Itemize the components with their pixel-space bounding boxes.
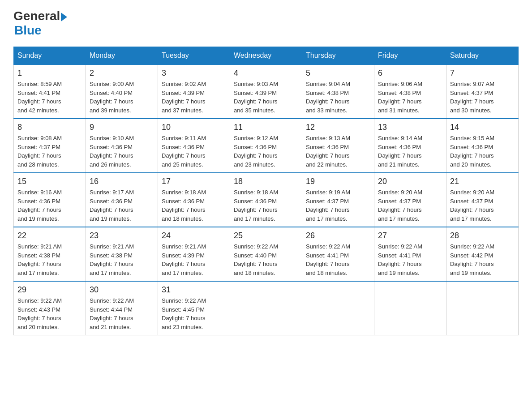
calendar-cell: 28 Sunrise: 9:22 AM Sunset: 4:42 PM Dayl… [446,227,519,281]
calendar-cell: 6 Sunrise: 9:06 AM Sunset: 4:38 PM Dayli… [374,64,446,119]
col-header-friday: Friday [374,47,446,65]
day-info: Sunrise: 9:22 AM Sunset: 4:41 PM Dayligh… [306,242,370,277]
calendar-cell: 23 Sunrise: 9:21 AM Sunset: 4:38 PM Dayl… [86,227,158,281]
calendar-cell: 1 Sunrise: 8:59 AM Sunset: 4:41 PM Dayli… [14,64,86,119]
day-info: Sunrise: 9:17 AM Sunset: 4:36 PM Dayligh… [90,188,154,223]
col-header-saturday: Saturday [446,47,519,65]
day-number: 29 [17,285,82,295]
day-info: Sunrise: 9:22 AM Sunset: 4:42 PM Dayligh… [450,242,515,277]
calendar-cell: 12 Sunrise: 9:13 AM Sunset: 4:36 PM Dayl… [302,119,374,173]
day-info: Sunrise: 9:16 AM Sunset: 4:36 PM Dayligh… [17,188,82,223]
calendar-cell: 26 Sunrise: 9:22 AM Sunset: 4:41 PM Dayl… [302,227,374,281]
day-number: 11 [234,123,298,132]
calendar-cell: 21 Sunrise: 9:20 AM Sunset: 4:37 PM Dayl… [446,173,519,227]
day-info: Sunrise: 9:14 AM Sunset: 4:36 PM Dayligh… [378,134,442,169]
day-number: 30 [90,285,154,295]
day-info: Sunrise: 9:22 AM Sunset: 4:43 PM Dayligh… [17,296,82,331]
day-info: Sunrise: 9:13 AM Sunset: 4:36 PM Dayligh… [306,134,370,169]
day-number: 28 [450,231,515,240]
calendar-cell: 22 Sunrise: 9:21 AM Sunset: 4:38 PM Dayl… [14,227,86,281]
day-number: 21 [450,177,515,186]
day-number: 13 [378,123,442,132]
col-header-monday: Monday [86,47,158,65]
calendar-week-row: 15 Sunrise: 9:16 AM Sunset: 4:36 PM Dayl… [14,173,519,227]
day-info: Sunrise: 9:02 AM Sunset: 4:39 PM Dayligh… [162,80,226,115]
day-number: 6 [378,68,442,78]
calendar-cell: 14 Sunrise: 9:15 AM Sunset: 4:36 PM Dayl… [446,119,519,173]
calendar-cell: 24 Sunrise: 9:21 AM Sunset: 4:39 PM Dayl… [158,227,230,281]
calendar-cell: 27 Sunrise: 9:22 AM Sunset: 4:41 PM Dayl… [374,227,446,281]
calendar-cell: 2 Sunrise: 9:00 AM Sunset: 4:40 PM Dayli… [86,64,158,119]
day-number: 2 [90,68,154,78]
calendar-cell [230,281,302,335]
day-info: Sunrise: 9:04 AM Sunset: 4:38 PM Dayligh… [306,80,370,115]
calendar-cell: 30 Sunrise: 9:22 AM Sunset: 4:44 PM Dayl… [86,281,158,335]
day-info: Sunrise: 9:21 AM Sunset: 4:38 PM Dayligh… [90,242,154,277]
calendar-cell: 31 Sunrise: 9:22 AM Sunset: 4:45 PM Dayl… [158,281,230,335]
calendar-cell: 11 Sunrise: 9:12 AM Sunset: 4:36 PM Dayl… [230,119,302,173]
day-number: 10 [162,123,226,132]
day-number: 12 [306,123,370,132]
day-info: Sunrise: 9:20 AM Sunset: 4:37 PM Dayligh… [450,188,515,223]
day-number: 23 [90,231,154,240]
day-info: Sunrise: 9:08 AM Sunset: 4:37 PM Dayligh… [17,134,82,169]
day-info: Sunrise: 9:22 AM Sunset: 4:45 PM Dayligh… [162,296,226,331]
day-info: Sunrise: 9:22 AM Sunset: 4:40 PM Dayligh… [234,242,298,277]
day-number: 1 [17,68,82,78]
day-info: Sunrise: 9:20 AM Sunset: 4:37 PM Dayligh… [378,188,442,223]
day-info: Sunrise: 9:03 AM Sunset: 4:39 PM Dayligh… [234,80,298,115]
col-header-thursday: Thursday [302,47,374,65]
calendar-cell: 13 Sunrise: 9:14 AM Sunset: 4:36 PM Dayl… [374,119,446,173]
calendar-cell: 20 Sunrise: 9:20 AM Sunset: 4:37 PM Dayl… [374,173,446,227]
logo: General Blue [13,9,67,38]
calendar-cell: 4 Sunrise: 9:03 AM Sunset: 4:39 PM Dayli… [230,64,302,119]
logo-blue: Blue [14,23,67,38]
day-info: Sunrise: 9:07 AM Sunset: 4:37 PM Dayligh… [450,80,515,115]
col-header-sunday: Sunday [14,47,86,65]
day-info: Sunrise: 9:18 AM Sunset: 4:36 PM Dayligh… [162,188,226,223]
calendar-cell: 15 Sunrise: 9:16 AM Sunset: 4:36 PM Dayl… [14,173,86,227]
day-info: Sunrise: 9:12 AM Sunset: 4:36 PM Dayligh… [234,134,298,169]
calendar-week-row: 1 Sunrise: 8:59 AM Sunset: 4:41 PM Dayli… [14,64,519,119]
calendar-cell: 5 Sunrise: 9:04 AM Sunset: 4:38 PM Dayli… [302,64,374,119]
day-number: 26 [306,231,370,240]
day-number: 31 [162,285,226,295]
calendar-week-row: 8 Sunrise: 9:08 AM Sunset: 4:37 PM Dayli… [14,119,519,173]
day-info: Sunrise: 9:22 AM Sunset: 4:44 PM Dayligh… [90,296,154,331]
day-info: Sunrise: 9:22 AM Sunset: 4:41 PM Dayligh… [378,242,442,277]
day-info: Sunrise: 9:00 AM Sunset: 4:40 PM Dayligh… [90,80,154,115]
calendar-cell: 17 Sunrise: 9:18 AM Sunset: 4:36 PM Dayl… [158,173,230,227]
calendar-table: SundayMondayTuesdayWednesdayThursdayFrid… [13,47,519,335]
calendar-cell: 7 Sunrise: 9:07 AM Sunset: 4:37 PM Dayli… [446,64,519,119]
day-number: 3 [162,68,226,78]
day-info: Sunrise: 9:06 AM Sunset: 4:38 PM Dayligh… [378,80,442,115]
day-info: Sunrise: 9:18 AM Sunset: 4:36 PM Dayligh… [234,188,298,223]
logo-general: General [13,9,60,23]
calendar-cell [374,281,446,335]
day-info: Sunrise: 9:21 AM Sunset: 4:38 PM Dayligh… [17,242,82,277]
page-header: General Blue [13,9,519,38]
calendar-header-row: SundayMondayTuesdayWednesdayThursdayFrid… [14,47,519,65]
calendar-cell: 19 Sunrise: 9:19 AM Sunset: 4:37 PM Dayl… [302,173,374,227]
day-number: 14 [450,123,515,132]
day-number: 8 [17,123,82,132]
calendar-cell: 25 Sunrise: 9:22 AM Sunset: 4:40 PM Dayl… [230,227,302,281]
day-info: Sunrise: 9:19 AM Sunset: 4:37 PM Dayligh… [306,188,370,223]
day-info: Sunrise: 9:11 AM Sunset: 4:36 PM Dayligh… [162,134,226,169]
logo-arrow-icon [61,13,67,21]
calendar-cell: 8 Sunrise: 9:08 AM Sunset: 4:37 PM Dayli… [14,119,86,173]
day-number: 25 [234,231,298,240]
day-number: 27 [378,231,442,240]
calendar-week-row: 22 Sunrise: 9:21 AM Sunset: 4:38 PM Dayl… [14,227,519,281]
calendar-cell: 9 Sunrise: 9:10 AM Sunset: 4:36 PM Dayli… [86,119,158,173]
day-info: Sunrise: 9:15 AM Sunset: 4:36 PM Dayligh… [450,134,515,169]
day-info: Sunrise: 9:21 AM Sunset: 4:39 PM Dayligh… [162,242,226,277]
day-number: 18 [234,177,298,186]
calendar-cell: 16 Sunrise: 9:17 AM Sunset: 4:36 PM Dayl… [86,173,158,227]
calendar-cell: 29 Sunrise: 9:22 AM Sunset: 4:43 PM Dayl… [14,281,86,335]
col-header-tuesday: Tuesday [158,47,230,65]
day-number: 22 [17,231,82,240]
day-number: 20 [378,177,442,186]
col-header-wednesday: Wednesday [230,47,302,65]
calendar-cell: 18 Sunrise: 9:18 AM Sunset: 4:36 PM Dayl… [230,173,302,227]
